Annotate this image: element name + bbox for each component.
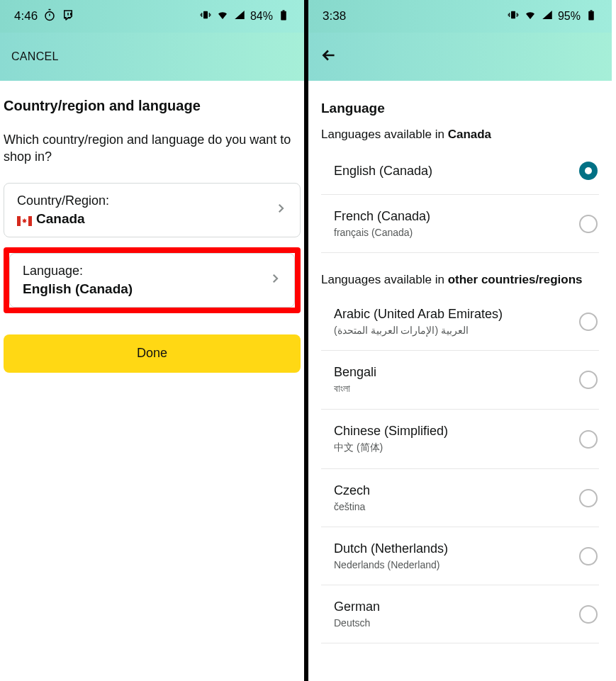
done-button[interactable]: Done xyxy=(4,334,301,373)
radio-button[interactable] xyxy=(579,547,598,565)
section-other-label: Languages available in other countries/r… xyxy=(321,273,599,287)
status-left: 3:38 xyxy=(323,9,346,23)
status-time: 3:38 xyxy=(323,9,346,23)
back-button[interactable] xyxy=(320,46,338,67)
language-native: العربية (الإمارات العربية المتحدة) xyxy=(334,325,503,336)
language-value: English (Canada) xyxy=(23,281,133,297)
page-subtitle: Which country/region and language do you… xyxy=(4,131,301,166)
svg-rect-2 xyxy=(281,11,286,21)
language-name: Czech xyxy=(334,483,370,498)
language-list-canada: English (Canada)French (Canada)français … xyxy=(321,147,599,253)
language-text: French (Canada)français (Canada) xyxy=(334,209,430,238)
svg-rect-9 xyxy=(590,10,593,11)
language-text: Arabic (United Arab Emirates)العربية (ال… xyxy=(334,307,503,336)
radio-button[interactable] xyxy=(579,371,598,389)
language-option[interactable]: GermanDeutsch xyxy=(321,585,599,643)
signal-icon xyxy=(233,9,246,24)
battery-percent: 84% xyxy=(250,10,273,23)
language-text: GermanDeutsch xyxy=(334,600,380,629)
language-option[interactable]: Arabic (United Arab Emirates)العربية (ال… xyxy=(321,293,599,351)
wifi-icon xyxy=(524,9,537,24)
country-label: Country/Region: xyxy=(17,193,109,208)
language-body: Language Languages available in Canada E… xyxy=(308,81,612,643)
section-bold: Canada xyxy=(448,128,491,141)
settings-body: Country/region and language Which countr… xyxy=(0,81,304,373)
svg-rect-8 xyxy=(588,11,594,21)
language-name: Dutch (Netherlands) xyxy=(334,541,448,556)
language-native: 中文 (简体) xyxy=(334,441,448,454)
language-native: čeština xyxy=(334,501,370,512)
svg-rect-3 xyxy=(283,10,285,11)
status-left: 4:46 xyxy=(14,9,74,25)
language-selector[interactable]: Language: English (Canada) xyxy=(9,253,295,308)
radio-button[interactable] xyxy=(579,162,598,180)
vibrate-icon xyxy=(507,9,520,24)
svg-rect-1 xyxy=(203,11,208,19)
highlight-box: Language: English (Canada) xyxy=(4,247,301,313)
language-text: English (Canada) xyxy=(334,164,432,179)
battery-icon xyxy=(585,9,598,24)
country-card-content: Country/Region: Canada xyxy=(17,193,109,227)
radio-button[interactable] xyxy=(579,313,598,331)
header: CANCEL xyxy=(0,33,304,81)
section-prefix: Languages available in xyxy=(321,273,448,286)
radio-button[interactable] xyxy=(579,215,598,233)
language-native: Deutsch xyxy=(334,617,380,629)
svg-rect-5 xyxy=(17,216,21,226)
language-option[interactable]: Chinese (Simplified)中文 (简体) xyxy=(321,410,599,469)
language-screen: 3:38 95% Language Languages available in xyxy=(308,0,612,681)
chevron-right-icon xyxy=(269,272,281,288)
status-time: 4:46 xyxy=(14,9,38,23)
country-region-selector[interactable]: Country/Region: Canada xyxy=(4,183,301,237)
language-option[interactable]: English (Canada) xyxy=(321,147,599,195)
language-name: Arabic (United Arab Emirates) xyxy=(334,307,503,322)
language-name: Chinese (Simplified) xyxy=(334,424,448,439)
settings-screen: 4:46 84% CANCEL Cou xyxy=(0,0,308,681)
language-text: Bengaliবাংলা xyxy=(334,365,376,395)
canada-flag-icon xyxy=(17,214,32,224)
language-text: Chinese (Simplified)中文 (简体) xyxy=(334,424,448,454)
section-canada-label: Languages available in Canada xyxy=(321,128,599,142)
status-bar: 3:38 95% xyxy=(308,0,612,33)
language-native: Nederlands (Nederland) xyxy=(334,559,448,570)
language-option[interactable]: Dutch (Netherlands)Nederlands (Nederland… xyxy=(321,527,599,585)
language-name: German xyxy=(334,600,380,614)
svg-rect-6 xyxy=(28,216,32,226)
battery-percent: 95% xyxy=(558,10,581,23)
country-value: Canada xyxy=(17,211,109,227)
chevron-right-icon xyxy=(274,202,287,218)
wifi-icon xyxy=(216,9,229,24)
language-name: Bengali xyxy=(334,365,376,380)
svg-rect-7 xyxy=(511,11,515,19)
radio-button[interactable] xyxy=(579,605,598,624)
language-name: English (Canada) xyxy=(334,164,432,179)
signal-icon xyxy=(541,9,554,24)
cancel-button[interactable]: CANCEL xyxy=(11,50,59,63)
stopwatch-icon xyxy=(43,9,56,25)
battery-icon xyxy=(277,9,290,24)
radio-button[interactable] xyxy=(579,489,598,507)
language-heading: Language xyxy=(321,101,599,116)
section-prefix: Languages available in xyxy=(321,128,448,141)
language-option[interactable]: Bengaliবাংলা xyxy=(321,351,599,410)
status-bar: 4:46 84% xyxy=(0,0,304,33)
language-native: বাংলা xyxy=(334,383,376,395)
page-title: Country/region and language xyxy=(4,98,301,114)
language-native: français (Canada) xyxy=(334,227,430,238)
language-card-content: Language: English (Canada) xyxy=(23,264,133,297)
language-option[interactable]: Czechčeština xyxy=(321,469,599,527)
status-right: 95% xyxy=(507,9,598,24)
twitch-icon xyxy=(62,9,74,25)
header xyxy=(308,33,612,81)
language-text: Dutch (Netherlands)Nederlands (Nederland… xyxy=(334,541,448,570)
arrow-left-icon xyxy=(320,46,338,64)
section-bold: other countries/regions xyxy=(448,273,583,286)
language-text: Czechčeština xyxy=(334,483,370,512)
language-label: Language: xyxy=(23,264,133,278)
language-option[interactable]: French (Canada)français (Canada) xyxy=(321,195,599,253)
language-name: French (Canada) xyxy=(334,209,430,224)
country-value-text: Canada xyxy=(36,211,85,227)
radio-button[interactable] xyxy=(579,430,598,449)
status-right: 84% xyxy=(199,9,290,24)
vibrate-icon xyxy=(199,9,212,24)
